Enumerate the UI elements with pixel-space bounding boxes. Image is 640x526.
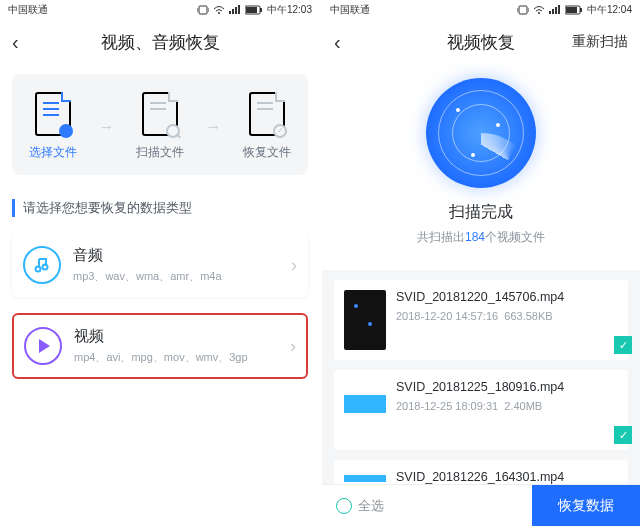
chevron-right-icon: › [291,255,297,276]
svg-rect-20 [558,5,560,14]
type-title: 音频 [73,246,222,265]
check-icon[interactable]: ✓ [614,336,632,354]
svg-rect-5 [232,9,234,14]
rescan-button[interactable]: 重新扫描 [572,33,628,51]
battery-icon [245,5,263,15]
step-label: 选择文件 [29,144,77,161]
file-detail: 2018-12-25 18:09:31 2.40MB [396,400,564,412]
step-recover: ✓ 恢复文件 [243,92,291,161]
svg-point-11 [36,267,41,272]
type-title: 视频 [74,327,248,346]
svg-rect-7 [238,5,240,14]
scan-status: 扫描完成 [449,202,513,223]
status-bar: 中国联通 中午12:03 [0,0,320,20]
battery-icon [565,5,583,15]
wifi-icon [213,5,225,15]
svg-rect-23 [580,8,582,12]
section-label: 请选择您想要恢复的数据类型 [12,199,308,217]
file-item[interactable]: SVID_20181225_180916.mp4 2018-12-25 18:0… [334,370,628,450]
bottom-bar: 全选 恢复数据 [322,484,640,526]
carrier-label: 中国联通 [8,3,48,17]
svg-rect-0 [199,6,207,14]
status-time: 中午12:04 [587,3,632,17]
steps-card: 选择文件 → 扫描文件 → ✓ 恢复文件 [12,74,308,175]
arrow-icon: → [206,118,222,136]
chevron-right-icon: › [290,336,296,357]
app-header: ‹ 视频恢复 重新扫描 [322,20,640,64]
scan-summary: 扫描完成 共扫描出184个视频文件 [322,64,640,256]
type-sub: mp4、avi、mpg、mov、wmv、3gp [74,350,248,365]
radar-icon [426,78,536,188]
file-name: SVID_20181226_164301.mp4 [396,470,564,484]
video-thumbnail [344,380,386,440]
file-detail: 2018-12-20 14:57:16 663.58KB [396,310,564,322]
svg-rect-22 [566,7,577,13]
step-label: 扫描文件 [136,144,184,161]
scan-count: 共扫描出184个视频文件 [417,229,545,246]
check-icon[interactable]: ✓ [614,426,632,444]
vibrate-icon [517,5,529,15]
doc-select-icon [35,92,71,136]
type-card-audio[interactable]: 音频 mp3、wav、wma、amr、m4a › [12,233,308,297]
select-all-toggle[interactable]: 全选 [322,497,398,515]
back-icon[interactable]: ‹ [334,31,358,54]
screen-recovery-types: 中国联通 中午12:03 ‹ 视频、音频恢复 选择文件 → 扫描文件 → ✓ 恢… [0,0,320,526]
svg-point-3 [218,12,220,14]
doc-scan-icon [142,92,178,136]
file-item[interactable]: SVID_20181220_145706.mp4 2018-12-20 14:5… [334,280,628,360]
step-select: 选择文件 [29,92,77,161]
svg-point-12 [43,265,48,270]
vibrate-icon [197,5,209,15]
svg-rect-18 [552,9,554,14]
type-sub: mp3、wav、wma、amr、m4a [73,269,222,284]
step-scan: 扫描文件 [136,92,184,161]
audio-icon [23,246,61,284]
video-thumbnail [344,290,386,350]
file-name: SVID_20181225_180916.mp4 [396,380,564,394]
signal-icon [549,5,561,15]
svg-rect-17 [549,11,551,14]
step-label: 恢复文件 [243,144,291,161]
file-name: SVID_20181220_145706.mp4 [396,290,564,304]
screen-scan-results: 中国联通 中午12:04 ‹ 视频恢复 重新扫描 扫描完成 共扫描出184个视频… [320,0,640,526]
type-card-video[interactable]: 视频 mp4、avi、mpg、mov、wmv、3gp › [12,313,308,379]
wifi-icon [533,5,545,15]
status-bar: 中国联通 中午12:04 [322,0,640,20]
svg-rect-4 [229,11,231,14]
back-icon[interactable]: ‹ [12,31,36,54]
doc-recover-icon: ✓ [249,92,285,136]
app-header: ‹ 视频、音频恢复 [0,20,320,64]
svg-rect-6 [235,7,237,14]
select-all-label: 全选 [358,497,384,515]
svg-rect-19 [555,7,557,14]
svg-rect-13 [519,6,527,14]
video-icon [24,327,62,365]
svg-rect-9 [246,7,257,13]
svg-rect-10 [260,8,262,12]
arrow-icon: → [98,118,114,136]
recover-button[interactable]: 恢复数据 [532,485,640,526]
page-title: 视频、音频恢复 [0,31,320,54]
signal-icon [229,5,241,15]
status-time: 中午12:03 [267,3,312,17]
circle-icon [336,498,352,514]
carrier-label: 中国联通 [330,3,370,17]
svg-point-16 [538,12,540,14]
